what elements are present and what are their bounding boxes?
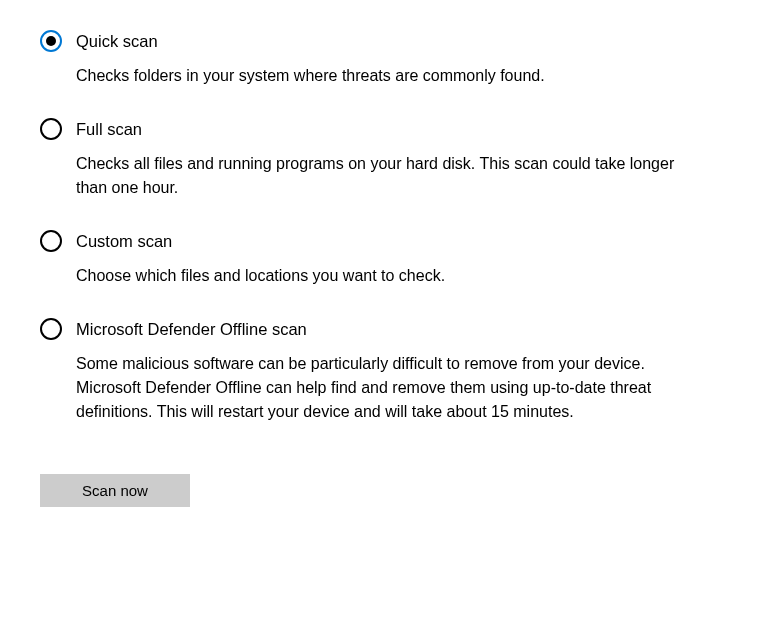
radio-icon[interactable]: [40, 230, 62, 252]
option-title: Microsoft Defender Offline scan: [76, 318, 676, 340]
option-description: Some malicious software can be particula…: [76, 352, 676, 424]
radio-icon[interactable]: [40, 30, 62, 52]
scan-option-offline[interactable]: Microsoft Defender Offline scan Some mal…: [40, 318, 726, 424]
radio-icon[interactable]: [40, 118, 62, 140]
option-description: Checks all files and running programs on…: [76, 152, 676, 200]
option-content: Microsoft Defender Offline scan Some mal…: [76, 318, 676, 424]
option-description: Checks folders in your system where thre…: [76, 64, 676, 88]
scan-option-quick[interactable]: Quick scan Checks folders in your system…: [40, 30, 726, 88]
scan-now-button[interactable]: Scan now: [40, 474, 190, 507]
option-title: Full scan: [76, 118, 676, 140]
option-title: Custom scan: [76, 230, 676, 252]
option-content: Full scan Checks all files and running p…: [76, 118, 676, 200]
option-content: Custom scan Choose which files and locat…: [76, 230, 676, 288]
radio-icon[interactable]: [40, 318, 62, 340]
option-content: Quick scan Checks folders in your system…: [76, 30, 676, 88]
option-title: Quick scan: [76, 30, 676, 52]
scan-option-custom[interactable]: Custom scan Choose which files and locat…: [40, 230, 726, 288]
option-description: Choose which files and locations you wan…: [76, 264, 676, 288]
scan-option-full[interactable]: Full scan Checks all files and running p…: [40, 118, 726, 200]
